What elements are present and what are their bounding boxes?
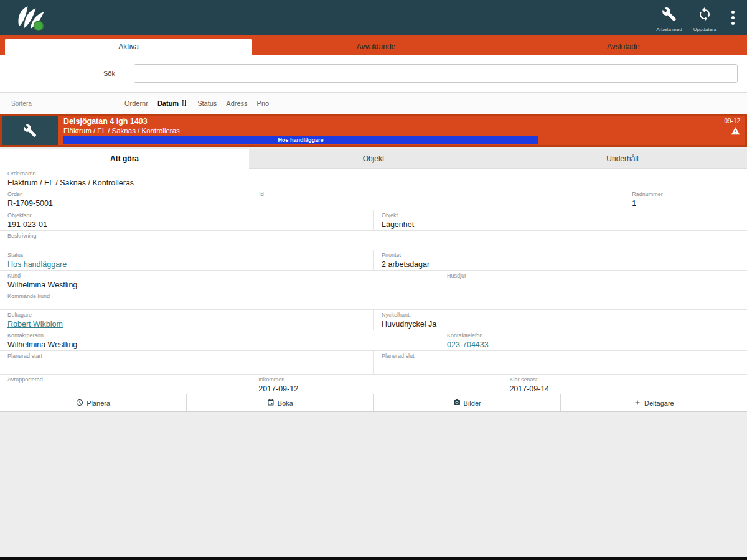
order-card-title: Delsjögatan 4 lgh 1403 — [63, 117, 700, 126]
tab-avvaktande[interactable]: Avvaktande — [252, 39, 499, 55]
sort-arrows-icon — [180, 99, 188, 108]
overflow-menu-icon[interactable] — [728, 8, 738, 27]
field-label: Inkommen — [258, 376, 498, 383]
field-avrapporterad: Avrapporterad — [0, 375, 251, 394]
field-value: 2017-09-14 — [509, 384, 743, 394]
tab-att-gora[interactable]: Att göra — [0, 149, 249, 169]
sort-datum[interactable]: Datum — [157, 99, 188, 108]
field-label: Status — [7, 252, 370, 259]
field-row: Beskrivning — [0, 231, 747, 250]
order-date: 09-12 — [724, 118, 740, 124]
sort-prio[interactable]: Prio — [257, 100, 270, 107]
field-planerad-start: Planerad start — [0, 351, 374, 374]
search-section: Sök — [0, 55, 747, 92]
field-label: Id — [259, 191, 621, 198]
order-detail-panel: Att göra Objekt Underhåll Ordernamn Fläk… — [0, 149, 747, 412]
field-value: Fläktrum / EL / Saknas / Kontrolleras — [7, 178, 743, 188]
phone-link[interactable]: 023-704433 — [447, 340, 489, 349]
tab-objekt[interactable]: Objekt — [249, 149, 498, 169]
field-nyckelhant: Nyckelhant. Huvudnyckel Ja — [374, 310, 747, 330]
field-kontaktperson: Kontaktperson Wilhelmina Westling — [0, 330, 439, 350]
field-label: Objektsnr — [7, 212, 370, 219]
camera-icon — [453, 399, 461, 408]
order-card-body: Delsjögatan 4 lgh 1403 Fläktrum / EL / S… — [58, 116, 700, 145]
field-status: Status Hos handläggare — [0, 250, 374, 270]
tab-underhall[interactable]: Underhåll — [498, 149, 747, 169]
field-deltagare: Deltagare Robert Wikblom — [0, 310, 374, 330]
field-row: Kund Wilhelmina Westling Husdjur — [0, 271, 747, 291]
field-label: Husdjur — [447, 273, 743, 279]
add-deltagare-label: Deltagare — [644, 399, 674, 407]
field-value: Wilhelmina Westling — [7, 280, 435, 290]
deltagare-link[interactable]: Robert Wikblom — [7, 320, 63, 329]
boka-label: Boka — [278, 399, 293, 407]
refresh-label: Uppdatera — [693, 27, 716, 32]
field-label: Order — [7, 191, 247, 198]
work-with-label: Arbeta med — [656, 27, 682, 32]
field-kontakttelefon: Kontakttelefon 023-704433 — [439, 330, 747, 350]
detail-tab-bar: Att göra Objekt Underhåll — [0, 149, 747, 169]
field-value: Huvudnyckel Ja — [382, 319, 743, 329]
field-label: Planerad slut — [382, 353, 743, 360]
refresh-icon — [697, 7, 712, 24]
order-type-icon — [2, 116, 58, 145]
order-card[interactable]: Delsjögatan 4 lgh 1403 Fläktrum / EL / S… — [0, 114, 747, 147]
wrench-icon — [662, 7, 677, 24]
field-klar-senast: Klar senast 2017-09-14 — [502, 375, 747, 394]
field-row: Ordernamn Fläktrum / EL / Saknas / Kontr… — [0, 169, 747, 189]
boka-button[interactable]: Boka — [187, 394, 374, 411]
order-status-bar: Hos handläggare — [63, 136, 538, 144]
field-label: Deltagare — [7, 312, 370, 319]
main-tab-bar: Aktiva Avvaktande Avslutade — [0, 35, 747, 55]
add-deltagare-button[interactable]: Deltagare — [561, 394, 747, 411]
field-row: Status Hos handläggare Prioritet 2 arbet… — [0, 250, 747, 271]
field-ordernamn: Ordernamn Fläktrum / EL / Saknas / Kontr… — [0, 169, 747, 189]
search-input[interactable] — [134, 64, 738, 83]
sort-datum-label: Datum — [157, 100, 179, 107]
top-app-bar: Arbeta med Uppdatera — [0, 0, 747, 35]
field-inkommen: Inkommen 2017-09-12 — [251, 375, 502, 394]
tab-avslutade[interactable]: Avslutade — [500, 39, 747, 55]
refresh-button[interactable]: Uppdatera — [693, 7, 716, 32]
field-label: Kund — [7, 273, 435, 279]
field-label: Radnummer — [632, 191, 743, 198]
field-value: 1 — [632, 198, 743, 208]
sort-ordernr[interactable]: Ordernr — [125, 100, 148, 107]
field-row: Avrapporterad Inkommen 2017-09-12 Klar s… — [0, 375, 747, 394]
sort-bar: Sortera Ordernr Datum Status Adress Prio — [0, 93, 747, 114]
sort-adress[interactable]: Adress — [226, 100, 247, 107]
field-label: Ordernamn — [7, 170, 743, 177]
field-value: Wilhelmina Westling — [7, 340, 435, 350]
field-label: Planerad start — [7, 353, 370, 360]
status-link[interactable]: Hos handläggare — [7, 260, 67, 269]
field-kund: Kund Wilhelmina Westling — [0, 271, 439, 291]
warning-icon — [731, 124, 740, 138]
field-label: Kommande kund — [7, 293, 743, 300]
field-value: 2 arbetsdagar — [382, 259, 743, 269]
calendar-icon — [267, 399, 275, 408]
field-value: 191-023-01 — [7, 220, 370, 230]
field-value: 2017-09-12 — [258, 384, 498, 394]
sort-label: Sortera — [0, 100, 125, 107]
plus-icon — [634, 399, 641, 408]
sort-status[interactable]: Status — [197, 100, 217, 107]
field-value: Lägenhet — [382, 220, 743, 230]
field-row: Kontaktperson Wilhelmina Westling Kontak… — [0, 330, 747, 351]
field-beskrivning: Beskrivning — [0, 231, 747, 250]
bilder-button[interactable]: Bilder — [374, 394, 561, 411]
field-planerad-slut: Planerad slut — [374, 351, 747, 374]
field-objekt: Objekt Lägenhet — [374, 210, 747, 230]
empty-background — [0, 412, 747, 557]
planera-button[interactable]: Planera — [0, 394, 187, 411]
field-prioritet: Prioritet 2 arbetsdagar — [374, 250, 747, 270]
field-label: Prioritet — [382, 252, 743, 259]
search-label: Sök — [0, 70, 115, 77]
field-row: Order R-1709-5001 Id Radnummer 1 — [0, 189, 747, 210]
tab-aktiva[interactable]: Aktiva — [5, 39, 252, 55]
work-with-button[interactable]: Arbeta med — [656, 7, 682, 32]
field-order: Order R-1709-5001 — [0, 189, 251, 210]
field-label: Beskrivning — [7, 233, 743, 240]
bilder-label: Bilder — [464, 399, 481, 407]
sort-options: Ordernr Datum Status Adress Prio — [125, 99, 269, 108]
field-label: Avrapporterad — [7, 376, 247, 383]
